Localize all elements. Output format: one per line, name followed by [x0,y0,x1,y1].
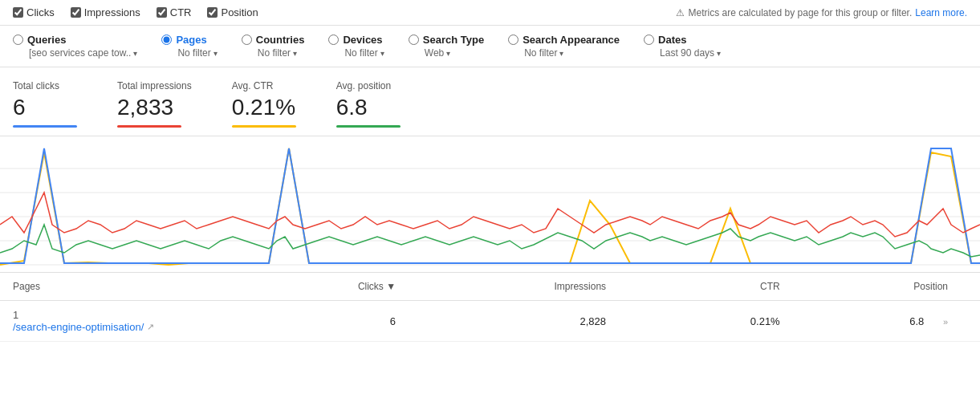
queries-radio[interactable] [13,35,23,45]
row-ctr-value: 0.21% [750,315,780,327]
devices-radio[interactable] [328,35,339,45]
stat-total-impressions: Total impressions 2,833 [117,80,192,128]
countries-filter-sub[interactable]: No filter ▾ [258,47,297,59]
impressions-checkbox[interactable]: Impressions [71,6,140,18]
total-impressions-line [117,125,181,128]
filter-search-appearance[interactable]: Search Appearance No filter ▾ [508,34,620,59]
filter-row: Queries [seo services cape tow.. ▾ Pages… [0,26,980,67]
page-url: /search-engine-optimisation/ [13,321,144,333]
row-page-cell: 1 /search-engine-optimisation/ ↗ [0,301,273,342]
dates-chevron-icon: ▾ [717,49,721,58]
search-type-radio[interactable] [409,35,419,45]
impressions-checkbox-input[interactable] [71,7,81,18]
stat-total-clicks: Total clicks 6 [13,80,77,128]
row-impressions-value: 2,828 [580,315,607,327]
devices-filter-label: Devices [343,34,382,46]
clicks-label: Clicks [26,6,55,18]
clicks-checkbox[interactable]: Clicks [13,6,55,18]
avg-ctr-line [232,125,296,128]
total-impressions-value: 2,833 [117,95,192,120]
search-appearance-filter-label: Search Appearance [523,34,620,46]
countries-radio[interactable] [242,35,252,45]
filter-pages[interactable]: Pages No filter ▾ [161,34,217,59]
search-appearance-radio[interactable] [508,35,518,45]
countries-chevron-icon: ▾ [293,49,297,58]
search-type-sub-text: Web [425,47,444,59]
filter-dates[interactable]: Dates Last 90 days ▾ [644,34,721,59]
total-clicks-value: 6 [13,95,77,120]
filter-countries[interactable]: Countries No filter ▾ [242,34,305,59]
col-impressions-label: Impressions [554,281,606,292]
ctr-checkbox-input[interactable] [157,7,167,18]
search-type-chevron-icon: ▾ [446,49,450,58]
table-row: 1 /search-engine-optimisation/ ↗ 6 2,828… [0,301,980,342]
row-position-cell: 6.8 » [844,301,980,342]
avg-position-title: Avg. position [336,80,401,91]
countries-sub-text: No filter [258,47,291,59]
search-appearance-sub-text: No filter [524,47,557,59]
position-checkbox-input[interactable] [207,7,218,18]
pages-filter-label: Pages [176,34,206,46]
dates-sub-text: Last 90 days [660,47,714,59]
page-link[interactable]: /search-engine-optimisation/ ↗ [13,321,260,333]
row-number: 1 [13,309,18,321]
row-ctr-cell: 0.21% [670,301,844,342]
col-clicks[interactable]: Clicks ▼ [273,273,460,301]
dates-radio[interactable] [644,35,654,45]
clicks-checkbox-input[interactable] [13,7,23,18]
col-pages-label: Pages [13,281,40,292]
col-ctr-label: CTR [760,281,780,292]
search-appearance-filter-sub[interactable]: No filter ▾ [524,47,563,59]
row-impressions-cell: 2,828 [460,301,670,342]
row-clicks-cell: 6 [273,301,460,342]
col-clicks-label: Clicks ▼ [358,281,396,292]
col-pages: Pages [0,273,273,301]
warning-note: ⚠ Metrics are calculated by page for thi… [676,7,967,18]
col-impressions[interactable]: Impressions [460,273,670,301]
search-appearance-chevron-icon: ▾ [559,49,563,58]
stat-avg-position: Avg. position 6.8 [336,80,401,128]
devices-sub-text: No filter [344,47,377,59]
row-clicks-value: 6 [390,315,396,327]
warning-icon: ⚠ [676,7,685,18]
stat-avg-ctr: Avg. CTR 0.21% [232,80,296,128]
learn-more-link[interactable]: Learn more. [915,7,967,18]
position-checkbox[interactable]: Position [207,6,258,18]
avg-ctr-value: 0.21% [232,95,296,120]
warning-text: Metrics are calculated by page for this … [688,7,912,18]
queries-filter-label: Queries [27,34,66,46]
pages-radio[interactable] [161,35,172,45]
pages-sub-text: No filter [177,47,210,59]
data-table: Pages Clicks ▼ Impressions CTR Position … [0,273,980,342]
stats-row: Total clicks 6 Total impressions 2,833 A… [0,67,980,136]
devices-filter-sub[interactable]: No filter ▾ [344,47,384,59]
external-link-icon: ↗ [147,322,154,332]
col-ctr[interactable]: CTR [670,273,844,301]
total-impressions-title: Total impressions [117,80,192,91]
avg-ctr-title: Avg. CTR [232,80,296,91]
queries-filter-sub[interactable]: [seo services cape tow.. ▾ [29,47,137,59]
row-expand-icon[interactable]: » [943,317,948,327]
countries-filter-label: Countries [256,34,305,46]
total-clicks-line [13,125,77,128]
dates-filter-sub[interactable]: Last 90 days ▾ [660,47,721,59]
position-label: Position [221,6,258,18]
chart-area [0,136,980,273]
row-position-value: 6.8 [909,315,924,327]
pages-filter-sub[interactable]: No filter ▾ [177,47,217,59]
total-clicks-title: Total clicks [13,80,77,91]
queries-sub-text: [seo services cape tow.. [29,47,131,59]
ctr-label: CTR [170,6,192,18]
filter-queries[interactable]: Queries [seo services cape tow.. ▾ [13,34,137,59]
col-position[interactable]: Position [844,273,980,301]
search-type-filter-sub[interactable]: Web ▾ [425,47,450,59]
table-header-row: Pages Clicks ▼ Impressions CTR Position [0,273,980,301]
ctr-checkbox[interactable]: CTR [157,6,192,18]
metrics-bar: Clicks Impressions CTR Position ⚠ Metric… [0,0,980,26]
col-position-label: Position [913,281,948,292]
chart-svg [0,144,980,273]
filter-search-type[interactable]: Search Type Web ▾ [409,34,484,59]
impressions-label: Impressions [84,6,140,18]
filter-devices[interactable]: Devices No filter ▾ [328,34,384,59]
avg-position-value: 6.8 [336,95,401,120]
